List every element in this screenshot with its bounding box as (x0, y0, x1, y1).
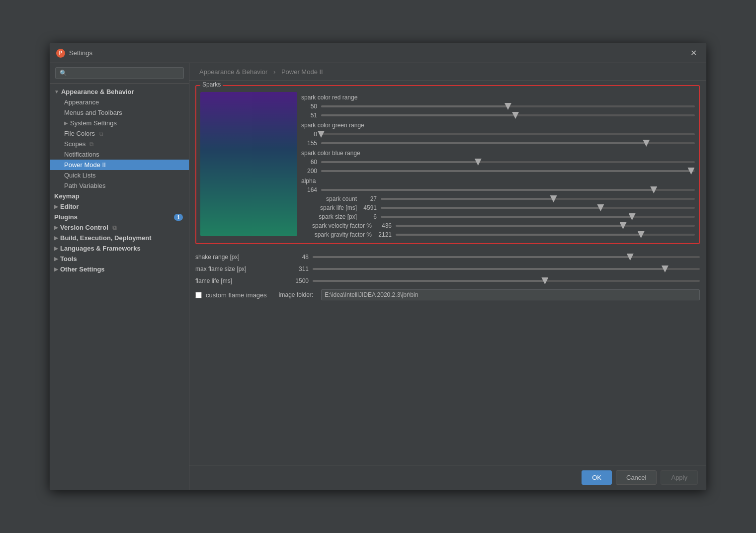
blue-max-row: 200 (301, 167, 695, 176)
breadcrumb-part1: Appearance & Behavior (199, 68, 267, 76)
sidebar-item-label: Other Settings (60, 266, 105, 273)
image-folder-input[interactable] (321, 289, 700, 300)
sidebar-item-label: Keymap (54, 192, 80, 200)
dialog-footer: OK Cancel Apply (189, 465, 706, 490)
search-input[interactable] (55, 67, 184, 79)
sidebar-item-menus-toolbars[interactable]: Menus and Toolbars (50, 107, 189, 118)
sidebar-item-keymap[interactable]: Keymap (50, 191, 189, 201)
sidebar-item-quick-lists[interactable]: Quick Lists (50, 170, 189, 180)
shake-range-track[interactable] (313, 256, 700, 258)
red-max-row: 51 (301, 111, 695, 120)
sidebar-item-languages-frameworks[interactable]: ▶ Languages & Frameworks (50, 243, 189, 254)
sparks-group: Sparks spark color red range 50 (195, 85, 700, 244)
sidebar-item-label: System Settings (70, 119, 117, 127)
chevron-right-icon: ▶ (54, 256, 58, 262)
color-preview (200, 92, 297, 236)
red-min-track[interactable] (321, 105, 695, 107)
alpha-label: alpha (301, 176, 695, 185)
spark-gravity-track[interactable] (396, 234, 695, 236)
green-min-value: 0 (301, 131, 321, 138)
sidebar-item-path-variables[interactable]: Path Variables (50, 180, 189, 191)
green-min-track[interactable] (321, 133, 695, 135)
alpha-row: 164 (301, 185, 695, 194)
sidebar-item-notifications[interactable]: Notifications (50, 149, 189, 160)
blue-max-track[interactable] (321, 170, 695, 172)
copy-icon: ⧉ (89, 141, 94, 148)
sidebar-item-version-control[interactable]: ▶ Version Control ⧉ (50, 222, 189, 233)
apply-button[interactable]: Apply (661, 470, 698, 485)
spark-gravity-row: spark gravity factor % 2121 (301, 230, 695, 239)
color-range-section: spark color red range 50 (301, 92, 695, 239)
red-max-value: 51 (301, 112, 321, 119)
sidebar-item-scopes[interactable]: Scopes ⧉ (50, 139, 189, 149)
spark-gravity-label: spark gravity factor % (301, 231, 376, 238)
sidebar-item-system-settings[interactable]: ▶ System Settings (50, 118, 189, 128)
blue-range-label: spark color blue range (301, 148, 695, 158)
panel-content: Sparks spark color red range 50 (189, 81, 706, 465)
spark-velocity-track[interactable] (396, 225, 695, 227)
breadcrumb-part2: Power Mode II (281, 68, 323, 76)
sidebar-item-power-mode-ii[interactable]: Power Mode II (50, 160, 189, 170)
spark-size-value: 6 (361, 213, 381, 220)
max-flame-size-label: max flame size [px] (195, 266, 275, 272)
sidebar-item-build-execution[interactable]: ▶ Build, Execution, Deployment (50, 233, 189, 243)
app-icon: P (56, 49, 65, 58)
spark-size-label: spark size [px] (301, 213, 361, 220)
flame-life-track[interactable] (313, 280, 700, 282)
spark-size-track[interactable] (381, 216, 695, 218)
main-panel: Appearance & Behavior › Power Mode II Sp… (189, 63, 706, 490)
close-button[interactable]: ✕ (687, 47, 700, 59)
sidebar-item-label: Tools (60, 255, 77, 263)
red-min-row: 50 (301, 102, 695, 111)
title-bar-left: P Settings (56, 49, 92, 58)
sidebar-item-appearance[interactable]: Appearance (50, 97, 189, 107)
sidebar-item-editor[interactable]: ▶ Editor (50, 201, 189, 212)
copy-icon: ⧉ (99, 130, 103, 137)
spark-life-row: spark life [ms] 4591 (301, 203, 695, 212)
image-folder-label: image folder: (279, 291, 313, 298)
red-max-track[interactable] (321, 114, 695, 116)
sidebar-item-other-settings[interactable]: ▶ Other Settings (50, 264, 189, 274)
spark-count-track[interactable] (381, 198, 695, 200)
spark-life-track[interactable] (381, 207, 695, 209)
green-max-track[interactable] (321, 142, 695, 144)
custom-flame-images-row: custom flame images image folder: (195, 287, 700, 303)
sparks-legend: Sparks (200, 81, 223, 88)
sidebar-item-plugins[interactable]: Plugins 1 (50, 212, 189, 222)
chevron-right-icon: ▶ (54, 235, 58, 241)
main-content: ▼ Appearance & Behavior Appearance Menus… (50, 63, 706, 490)
alpha-track[interactable] (321, 189, 695, 191)
chevron-right-icon: ▶ (54, 204, 58, 209)
breadcrumb: Appearance & Behavior › Power Mode II (189, 63, 706, 81)
ok-button[interactable]: OK (582, 470, 612, 485)
flame-life-row: flame life [ms] 1500 (195, 275, 700, 287)
sidebar-item-label: File Colors (64, 130, 95, 137)
sidebar-item-label: Editor (60, 203, 79, 210)
flame-life-label: flame life [ms] (195, 277, 275, 284)
blue-min-row: 60 (301, 158, 695, 167)
alpha-value: 164 (301, 186, 321, 193)
bottom-sliders: shake range [px] 48 max flame s (195, 249, 700, 305)
max-flame-size-track[interactable] (313, 268, 700, 270)
cancel-button[interactable]: Cancel (616, 470, 657, 485)
sidebar-item-appearance-behavior[interactable]: ▼ Appearance & Behavior (50, 87, 189, 97)
spark-gravity-value: 2121 (376, 231, 396, 238)
copy-icon: ⧉ (112, 224, 117, 231)
sidebar-item-tools[interactable]: ▶ Tools (50, 254, 189, 264)
spark-count-label: spark count (301, 195, 361, 202)
red-min-value: 50 (301, 103, 321, 110)
sidebar-tree: ▼ Appearance & Behavior Appearance Menus… (50, 84, 189, 490)
blue-min-track[interactable] (321, 161, 695, 163)
flame-life-value: 1500 (279, 277, 309, 284)
sidebar-item-label: Quick Lists (64, 172, 96, 179)
custom-flame-images-checkbox[interactable] (195, 292, 202, 298)
chevron-right-icon: ▶ (54, 266, 58, 272)
search-box (50, 63, 189, 84)
sidebar-item-label: Scopes (64, 140, 85, 148)
red-range-label: spark color red range (301, 92, 695, 102)
sidebar-item-label: Notifications (64, 151, 99, 158)
blue-min-value: 60 (301, 159, 321, 166)
spark-velocity-label: spark velocity factor % (301, 222, 376, 229)
sidebar-item-file-colors[interactable]: File Colors ⧉ (50, 128, 189, 139)
spark-count-value: 27 (361, 195, 381, 202)
